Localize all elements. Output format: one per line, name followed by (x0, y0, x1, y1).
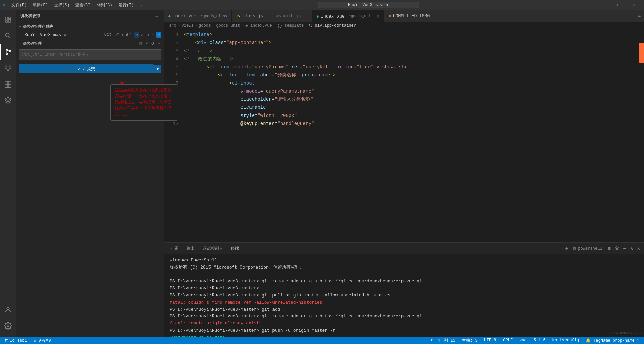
bc-sep6: › (305, 23, 308, 28)
activity-extensions[interactable] (0, 76, 16, 92)
tab-index-goods-unit[interactable]: ◆ index.vue …\goods_unit ✕ (313, 10, 385, 22)
tab-commit-editmsg[interactable]: ● COMMIT_EDITMSG (384, 10, 434, 22)
activity-search[interactable] (0, 28, 16, 44)
svg-point-22 (5, 341, 6, 342)
bc-goods-unit[interactable]: goods_unit (216, 23, 240, 28)
panel-collapse-icon[interactable]: ∧ (629, 245, 634, 252)
commit-message-input[interactable] (19, 49, 161, 60)
terminal-content[interactable]: Windows PowerShell 版权所有 (C) 2015 Microso… (164, 254, 644, 337)
sc-stage-all-icon[interactable]: ▤ (138, 40, 143, 46)
menu-edit[interactable]: 编辑(E) (30, 2, 51, 9)
bc-div-app-container[interactable]: ⬡ div.app-container (309, 23, 356, 28)
title-search[interactable]: RuoYi-Vue3-master (318, 2, 419, 8)
annotation-arrow-line (122, 43, 122, 83)
tab-index-goods-class[interactable]: ◆ index.vue …\goods_class (164, 10, 232, 22)
status-eol[interactable]: CRLF (501, 337, 515, 344)
panel-tab-terminal[interactable]: 终端 (228, 244, 243, 253)
panel-close-icon[interactable]: ✕ (636, 245, 641, 252)
bc-sep5: › (273, 23, 276, 28)
maximize-button[interactable]: □ (609, 0, 624, 10)
svg-rect-0 (5, 17, 8, 20)
code-content[interactable]: <template> <div class="app-container"> <… (181, 29, 639, 242)
activity-bar-bottom (0, 302, 16, 337)
panel-icons: + ▤ powershell ⊞ 🗑 ⋯ ∧ ✕ (564, 245, 641, 252)
menu-goto[interactable]: 转到(G) (94, 2, 115, 9)
term-line-6: PS D:\vue\ruoyi\RuoYi-Vue3-master> git p… (170, 292, 639, 299)
bc-sep1: › (178, 23, 180, 28)
panel-add-icon[interactable]: + (564, 245, 569, 252)
sc-more-icon[interactable]: ⋯ (157, 40, 161, 46)
repo-section-header[interactable]: ▾ 源代码管理存储库 (16, 23, 164, 30)
activity-git[interactable] (0, 44, 16, 60)
status-lang-label: vue (519, 338, 527, 343)
commit-dropdown-button[interactable]: ▾ (154, 65, 161, 73)
term-line-12: Everything up-to-date (170, 334, 639, 337)
bc-views[interactable]: views (182, 23, 194, 28)
status-lang[interactable]: vue (517, 337, 529, 344)
status-branch[interactable]: ⎇ sub1 (3, 337, 28, 344)
tab-unit-js[interactable]: JS unit.js (272, 10, 313, 22)
panel-tabs: 问题 输出 调试控制台 终端 + ▤ powershell ⊞ 🗑 ⋯ ∧ ✕ (164, 243, 644, 254)
panel-more-icon[interactable]: ⋯ (622, 245, 627, 252)
close-button[interactable]: ✕ (626, 0, 641, 10)
sync-icon[interactable]: ↻ (134, 32, 139, 38)
activity-remote[interactable] (0, 92, 16, 108)
minimize-button[interactable]: ─ (592, 0, 608, 10)
sidebar: 源代码管理 ⋯ ▾ 源代码管理存储库 RuoYi-Vue3-master Git… (16, 10, 164, 337)
repo-icons: ⎇ sub1 ↻ ✓ ↺ ⋯ 0 (113, 32, 161, 38)
activity-settings[interactable] (0, 318, 16, 334)
panel-tab-debug[interactable]: 调试控制台 (199, 244, 226, 253)
menu-view[interactable]: 查看(V) (73, 2, 94, 9)
activity-account[interactable] (0, 302, 16, 318)
refresh-icon[interactable]: ↺ (145, 32, 150, 38)
bc-src[interactable]: src (169, 23, 176, 28)
sidebar-menu-icon[interactable]: ⋯ (154, 13, 160, 20)
bc-indexvue[interactable]: ◆ index.vue (245, 23, 272, 28)
status-tagname-label: 🔔 TagName prop-name ? (586, 338, 639, 343)
menu-more[interactable]: … (137, 2, 145, 9)
status-eol-label: CRLF (503, 338, 513, 343)
repo-chevron-icon: ▾ (19, 25, 21, 29)
svg-line-5 (9, 36, 10, 38)
status-line-col[interactable]: 行 4，列 15 (429, 337, 457, 344)
title-bar-left: ✕ 文件(F) 编辑(E) 选择(S) 查看(V) 转到(G) 运行(T) … (3, 2, 145, 9)
status-sync[interactable]: ↻ 0△0▽0 (32, 337, 52, 344)
status-version[interactable]: 5.1.6 (532, 337, 548, 344)
activity-debug[interactable] (0, 60, 16, 76)
menu-run[interactable]: 运行(T) (116, 2, 137, 9)
tab-js-icon: JS (276, 14, 281, 18)
term-line-10: fatal: remote origin already exists. (170, 320, 639, 327)
panel-tab-problems[interactable]: 问题 (167, 244, 182, 253)
tab-label: COMMIT_EDITMSG (393, 13, 430, 19)
sc-section-label: 源代码管理 (23, 41, 42, 46)
checkmark-icon[interactable]: ✓ (140, 32, 145, 38)
bc-goods[interactable]: goods (199, 23, 211, 28)
panel-split-icon[interactable]: ⊞ (606, 245, 612, 252)
tab-class-js[interactable]: JS class.js (232, 10, 272, 22)
branch-name[interactable]: sub1 (121, 32, 133, 38)
commit-button[interactable]: ✓ ✓ 提交 (19, 64, 154, 73)
status-spaces[interactable]: 空格: 3 (460, 337, 480, 344)
tab-label: index.vue (321, 14, 344, 19)
panel-tab-output[interactable]: 输出 (183, 244, 198, 253)
sc-discard-icon[interactable]: ↺ (150, 40, 155, 46)
code-line-8: v-model="queryParams.name" (181, 87, 639, 95)
status-bar-left: ⎇ sub1 ↻ 0△0▽0 (3, 337, 52, 344)
bc-template[interactable]: {} template (277, 23, 304, 28)
sc-commit-check-icon[interactable]: ✓ (144, 40, 149, 46)
more-icon[interactable]: ⋯ (151, 32, 155, 38)
change-count-badge: 0 (156, 32, 161, 38)
menu-file[interactable]: 文件(F) (9, 2, 30, 9)
tab-close-button[interactable]: ✕ (376, 13, 380, 19)
sc-section-header[interactable]: ▾ 源代码管理 ▤ ✓ ↺ ⋯ (16, 39, 164, 48)
tabs-more-button[interactable]: ⋯ (635, 10, 644, 22)
svg-point-20 (7, 325, 9, 327)
status-tsconfig[interactable]: No tsconfig (550, 337, 581, 344)
status-bar: ⎇ sub1 ↻ 0△0▽0 行 4，列 15 空格: 3 UTF-8 CRLF… (0, 337, 644, 344)
activity-explorer[interactable] (0, 11, 16, 28)
status-encoding[interactable]: UTF-8 (482, 337, 498, 344)
menu-select[interactable]: 选择(S) (52, 2, 72, 9)
panel-trash-icon[interactable]: 🗑 (613, 245, 621, 252)
editor-scrollbar[interactable] (639, 29, 644, 242)
status-tagname[interactable]: 🔔 TagName prop-name ? (584, 337, 641, 344)
